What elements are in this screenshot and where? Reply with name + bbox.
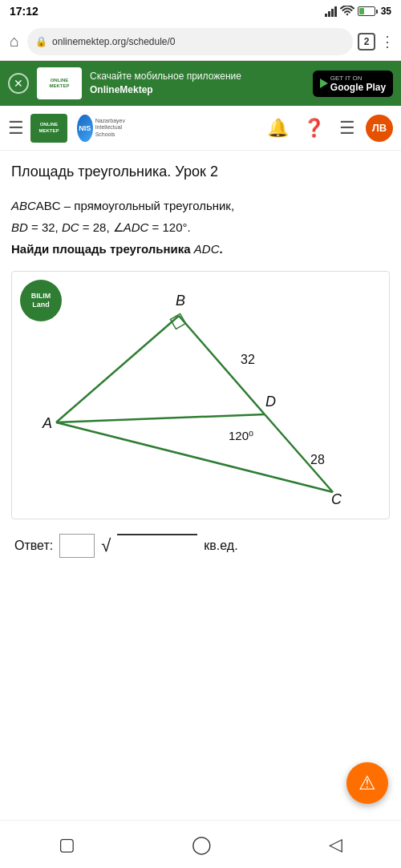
bottom-back-icon[interactable]: ◁ <box>329 834 342 855</box>
app-banner: ✕ ONLINEMEKTEP Скачайте мобильное прилож… <box>0 61 401 106</box>
signal-icon <box>325 6 337 17</box>
status-bar: 17:12 35 <box>0 0 401 22</box>
bottom-nav-bar: ▢ ◯ ◁ <box>0 820 401 868</box>
nis-logo: NIS Nazarbayev Intellectual Schools <box>77 114 125 143</box>
battery-icon <box>358 6 378 16</box>
status-icons: 35 <box>325 6 391 17</box>
list-icon[interactable]: ☰ <box>335 118 359 139</box>
url-text: onlinemektep.org/schedule/0 <box>52 36 345 47</box>
home-icon[interactable]: ⌂ <box>6 29 22 54</box>
answer-label: Ответ: <box>14 539 53 553</box>
google-play-label: Google Play <box>330 82 386 93</box>
label-C: C <box>331 491 342 507</box>
url-bar[interactable]: 🔒 onlinemektep.org/schedule/0 <box>27 28 353 55</box>
lock-icon: 🔒 <box>35 36 47 47</box>
banner-close-button[interactable]: ✕ <box>8 73 29 94</box>
battery-pct: 35 <box>381 6 391 17</box>
label-B: B <box>176 293 185 309</box>
geometry-svg: A B D C 32 28 120⁰ <box>12 272 389 519</box>
google-play-button[interactable]: GET IT ON Google Play <box>313 71 393 97</box>
answer-input-box[interactable] <box>59 534 95 558</box>
problem-text: ABCABC – прямоугольный треугольник, BD =… <box>11 195 390 260</box>
svg-line-4 <box>56 422 333 492</box>
online-mektep-nav-logo: ONLINEMEKTEP <box>30 114 67 143</box>
svg-line-0 <box>56 316 179 422</box>
nav-bar: ☰ ONLINEMEKTEP NIS Nazarbayev Intellectu… <box>0 106 401 151</box>
wifi-icon <box>340 6 354 17</box>
avatar[interactable]: ЛВ <box>366 115 393 142</box>
play-triangle-icon <box>320 79 328 88</box>
sqrt-symbol: √ <box>101 537 111 555</box>
bell-icon[interactable]: 🔔 <box>263 118 293 139</box>
answer-row: Ответ: √ кв.ед. <box>11 534 390 558</box>
hamburger-icon[interactable]: ☰ <box>8 118 24 139</box>
warning-fab[interactable]: ⚠ <box>346 762 388 804</box>
tab-badge[interactable]: 2 <box>358 33 375 50</box>
label-A: A <box>42 415 52 431</box>
help-icon[interactable]: ❓ <box>299 118 329 139</box>
geometry-figure: BILIM Land A B D C 32 <box>11 271 390 519</box>
time: 17:12 <box>10 5 38 18</box>
content-area: Площадь треугольника. Урок 2 ABCABC – пр… <box>0 151 401 579</box>
val-120: 120⁰ <box>229 429 253 442</box>
val-28: 28 <box>310 453 325 466</box>
svg-line-2 <box>56 414 265 422</box>
val-32: 32 <box>241 353 255 366</box>
bilim-land-badge: BILIM Land <box>20 280 62 321</box>
bottom-square-icon[interactable]: ▢ <box>59 834 75 855</box>
browser-bar: ⌂ 🔒 onlinemektep.org/schedule/0 2 ⋮ <box>0 22 401 61</box>
unit-label: кв.ед. <box>204 539 237 553</box>
menu-dots-icon[interactable]: ⋮ <box>380 33 395 50</box>
sqrt-content-box[interactable] <box>117 534 197 558</box>
page-title: Площадь треугольника. Урок 2 <box>11 164 390 180</box>
get-it-on-label: GET IT ON <box>330 75 386 82</box>
label-D: D <box>265 394 276 410</box>
banner-logo: ONLINEMEKTEP <box>37 67 82 99</box>
banner-text: Скачайте мобильное приложение OnlineMekt… <box>90 70 305 97</box>
bottom-circle-icon[interactable]: ◯ <box>192 834 212 855</box>
